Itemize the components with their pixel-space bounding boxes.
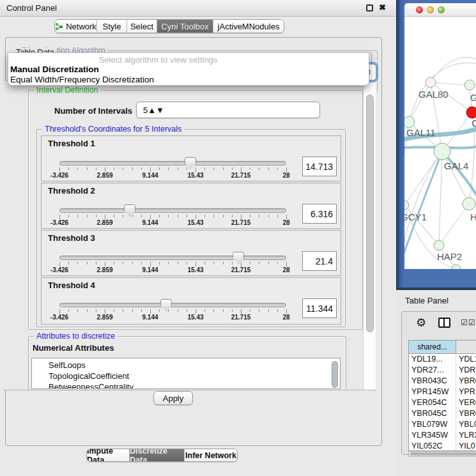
table-row[interactable]: YBR043CYBR0 <box>409 376 476 387</box>
network-window-titlebar[interactable] <box>404 3 476 17</box>
mac-close-button[interactable] <box>416 6 423 13</box>
tab-impute-data[interactable]: Impute Data <box>87 449 130 461</box>
threshold-value-field[interactable]: 14.713 <box>302 157 337 176</box>
split-columns-icon[interactable] <box>438 318 450 328</box>
threshold-value-field[interactable]: 11.344 <box>302 298 337 318</box>
threshold-slider-thumb[interactable] <box>160 299 172 311</box>
mac-zoom-button[interactable] <box>438 6 445 13</box>
settings-scrollbar-thumb[interactable] <box>366 95 374 332</box>
tick-mark <box>150 215 151 219</box>
tab-select[interactable]: Select <box>127 20 157 33</box>
threshold-panel: Threshold 1-3.4262.8599.14415.4321.71528… <box>41 135 341 181</box>
tick-mark <box>96 215 96 217</box>
numerical-attributes-list[interactable]: SelfLoopsTopologicalCoefficientBetweenne… <box>31 358 341 389</box>
tick-mark <box>141 215 142 217</box>
tick-mark <box>259 215 259 217</box>
dropdown-option[interactable]: Equal Width/Frequency Discretization <box>10 75 154 84</box>
tab-style[interactable]: Style <box>97 20 127 33</box>
table-hscrollbar-thumb[interactable] <box>410 452 476 456</box>
tick-mark <box>150 262 151 266</box>
tick-mark <box>241 262 242 266</box>
tick-mark <box>232 167 233 170</box>
tab-cyni-toolbox[interactable]: Cyni Toolbox <box>157 20 213 33</box>
axis-tick-label: 9.144 <box>136 219 164 226</box>
network-node-green[interactable] <box>404 116 415 128</box>
axis-tick-label: 21.715 <box>227 172 255 179</box>
table-row[interactable]: YDR27...YDR2 <box>409 365 476 376</box>
tick-mark <box>123 215 123 217</box>
tab-infer-network[interactable]: Infer Network <box>185 449 237 461</box>
network-node-green[interactable] <box>463 197 475 210</box>
spinner-arrows-icon: ▲▼ <box>148 105 164 115</box>
threshold-label: Threshold 3 <box>48 233 95 243</box>
table-cell: YBL0 <box>456 419 476 430</box>
table-row[interactable]: YLR345WYLR3 <box>409 430 476 441</box>
tick-mark <box>178 215 178 217</box>
axis-tick-label: 2.859 <box>91 314 119 321</box>
axis-tick-label: 2.859 <box>91 266 119 273</box>
attributes-group-title: Attributes to discretize <box>34 332 118 341</box>
table-row[interactable]: YPR145WYPR1 <box>409 387 476 397</box>
threshold-slider-track[interactable] <box>59 161 286 165</box>
table-row[interactable]: YIL052CYIL0 <box>409 441 476 451</box>
column-header[interactable]: shared... <box>409 341 456 353</box>
panel-title: Control Panel <box>6 3 57 13</box>
close-icon[interactable]: ✖ <box>379 3 386 12</box>
tab-discretize-data[interactable]: Discretize Data <box>130 449 185 461</box>
gear-icon[interactable]: ⚙ <box>416 316 426 330</box>
column-header[interactable]: na <box>456 341 476 353</box>
tab-network[interactable]: Network <box>55 20 97 33</box>
attributes-list-scrollbar[interactable] <box>332 361 338 388</box>
float-window-icon[interactable] <box>366 4 373 12</box>
table-cell: YLR345W <box>409 430 456 441</box>
tick-mark <box>187 262 187 265</box>
apply-button[interactable]: Apply <box>153 391 193 405</box>
attribute-list-item[interactable]: BetweennessCentrality <box>32 381 340 389</box>
tick-mark <box>277 262 278 265</box>
node-label: GAL4 <box>444 160 468 171</box>
network-node-red[interactable] <box>466 107 476 118</box>
network-window: GAL80GACGAL11GAL4GCY1HHAP2 <box>396 0 476 288</box>
tick-mark <box>259 309 259 312</box>
tick-mark <box>250 309 250 312</box>
attribute-list-item[interactable]: SelfLoops <box>32 360 340 371</box>
settings-scrollbar-track[interactable] <box>363 81 376 390</box>
tick-mark <box>77 167 78 170</box>
checkboxes-icon[interactable]: ☑☑ <box>461 318 476 327</box>
threshold-slider-track[interactable] <box>59 208 286 213</box>
num-intervals-spinner[interactable]: 5 ▲▼ <box>136 102 320 118</box>
network-canvas[interactable]: GAL80GACGAL11GAL4GCY1HHAP2 <box>404 17 476 269</box>
network-labels: GAL80GACGAL11GAL4GCY1HHAP2 <box>404 89 476 262</box>
table-row[interactable]: YER054CYER0 <box>409 397 476 408</box>
threshold-slider-thumb[interactable] <box>233 252 244 264</box>
table-row[interactable]: YDL19...YDL1 <box>409 354 476 365</box>
threshold-slider-track[interactable] <box>59 303 286 307</box>
tick-mark <box>187 167 187 170</box>
mac-minimize-button[interactable] <box>427 6 434 13</box>
threshold-value-field[interactable]: 6.316 <box>302 204 337 224</box>
attr-items: SelfLoopsTopologicalCoefficientBetweenne… <box>32 358 340 389</box>
tab-label: Impute Data <box>87 449 129 462</box>
tick-mark <box>105 309 105 314</box>
axis-tick-label: -3.426 <box>45 314 73 321</box>
table-row[interactable]: YBL079WYBL0 <box>409 419 476 430</box>
network-node-pink[interactable] <box>426 77 436 88</box>
tick-mark <box>277 215 278 217</box>
tick-mark <box>223 215 224 217</box>
dropdown-option[interactable]: Manual Discretization <box>10 65 99 74</box>
tick-mark <box>105 215 105 219</box>
tab-jactivemnodules[interactable]: jActiveMNodules <box>213 20 284 33</box>
table-cell: YER0 <box>456 397 476 408</box>
threshold-slider-thumb[interactable] <box>124 204 135 217</box>
threshold-slider-track[interactable] <box>59 256 286 260</box>
tick-mark <box>105 167 105 172</box>
network-node-green[interactable] <box>434 240 444 250</box>
table-row[interactable]: YBR045CYBR0 <box>409 408 476 419</box>
table-hscrollbar[interactable] <box>408 451 476 457</box>
attribute-list-item[interactable]: TopologicalCoefficient <box>32 371 340 381</box>
tick-mark <box>123 309 123 312</box>
threshold-value-field[interactable]: 21.4 <box>302 251 337 271</box>
network-node-green[interactable] <box>434 143 450 160</box>
network-node-green[interactable] <box>404 201 409 210</box>
network-node-green[interactable] <box>464 80 475 90</box>
